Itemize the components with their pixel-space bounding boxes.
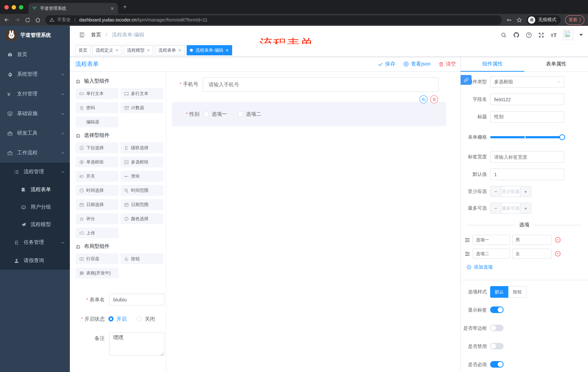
tile-select[interactable]: 下拉选择 <box>76 142 119 153</box>
save-button[interactable]: 保存 <box>378 61 395 67</box>
sidebar-item-workflow[interactable]: 工作流程 <box>0 143 70 163</box>
form-grid-slider[interactable] <box>490 131 564 143</box>
help-icon[interactable] <box>526 32 532 38</box>
tag-process-form-edit[interactable]: 流程表单-编辑✕ <box>187 45 232 55</box>
browser-menu-icon[interactable] <box>580 18 581 22</box>
form-name-input[interactable] <box>109 294 165 305</box>
drag-handle-icon[interactable] <box>464 237 471 243</box>
avatar-caret-icon[interactable] <box>579 34 583 36</box>
maximize-window-button[interactable] <box>19 5 23 10</box>
tile-cascader[interactable]: 级联选择 <box>120 142 163 153</box>
decrease-button[interactable]: − <box>491 186 501 197</box>
tile-upload[interactable]: 上传 <box>76 227 119 238</box>
sidebar-item-process-model[interactable]: 流程模型 <box>0 216 70 233</box>
sidebar-item-process-form[interactable]: 流程表单 <box>0 181 70 198</box>
selected-component-gender[interactable]: 性别 选项一 选项二 <box>172 102 446 126</box>
sidebar-item-process-mgmt[interactable]: 流程管理 <box>0 163 70 181</box>
tile-password[interactable]: 密码 <box>76 102 119 113</box>
tile-date-picker[interactable]: 日期选择 <box>76 199 119 210</box>
browser-tab[interactable]: 芋道管理系统 ✕ <box>28 3 118 14</box>
sidebar-item-task-mgmt[interactable]: 任务管理 <box>0 233 70 252</box>
back-icon[interactable] <box>4 17 10 23</box>
tab-component-props[interactable]: 组件属性 <box>461 57 524 71</box>
tag-process-definition[interactable]: 流程定义✕ <box>92 45 122 55</box>
url-bar[interactable]: 不安全 | dashboard.yudao.iocoder.cn/bpm/man… <box>45 15 502 25</box>
status-on-radio[interactable]: 开启 <box>108 313 127 325</box>
sidebar-item-leave-query[interactable]: 请假查询 <box>0 252 70 270</box>
tile-switch[interactable]: 开关 <box>76 171 119 182</box>
form-remark-textarea[interactable]: 嘿嘿 <box>109 332 165 356</box>
phone-input[interactable] <box>203 77 439 92</box>
style-default-button[interactable]: 默认 <box>490 286 508 298</box>
default-value-input[interactable] <box>490 169 564 180</box>
sidebar-item-payment[interactable]: ¥ 支付管理 <box>0 84 70 104</box>
style-button-button[interactable]: 按钮 <box>508 286 526 298</box>
home-icon[interactable] <box>35 17 41 23</box>
new-tab-button[interactable]: + <box>123 3 127 11</box>
label-width-input[interactable] <box>490 151 564 163</box>
github-icon[interactable] <box>513 32 520 38</box>
tile-rate[interactable]: 评分 <box>76 213 119 224</box>
tile-table[interactable]: 表格[开发中] <box>76 267 119 278</box>
tile-editor[interactable]: 编辑器 <box>76 117 119 128</box>
tile-date-range[interactable]: 日期范围 <box>120 199 163 210</box>
tag-close-icon[interactable]: ✕ <box>115 48 119 53</box>
copy-component-button[interactable] <box>420 95 428 103</box>
tile-color-picker[interactable]: 颜色选择 <box>120 213 163 224</box>
sidebar-item-home[interactable]: 首页 <box>0 45 70 64</box>
search-icon[interactable] <box>501 32 507 38</box>
sidebar-item-system[interactable]: 系统管理 <box>0 64 70 84</box>
tile-row-container[interactable]: 行容器 <box>76 253 119 264</box>
min-select-value[interactable]: 至少应选 <box>501 186 520 197</box>
window-controls[interactable] <box>0 5 28 14</box>
border-toggle[interactable] <box>490 325 504 331</box>
forward-icon[interactable] <box>14 17 20 23</box>
decrease-button[interactable]: − <box>491 203 501 213</box>
minimize-window-button[interactable] <box>12 5 16 10</box>
link-drawer-tab[interactable] <box>461 75 472 85</box>
drag-handle-icon[interactable] <box>464 251 471 257</box>
sidebar-fold-icon[interactable] <box>79 32 85 38</box>
tag-close-icon[interactable]: ✕ <box>147 48 150 53</box>
avatar[interactable] <box>563 30 573 40</box>
tag-close-icon[interactable]: ✕ <box>225 48 229 53</box>
tile-time-range[interactable]: 时间范围 <box>120 185 163 196</box>
gender-option1-checkbox[interactable]: 选项一 <box>204 111 227 117</box>
tile-single-line-text[interactable]: 单行文本 <box>76 88 119 99</box>
increase-button[interactable]: + <box>520 186 531 197</box>
fullscreen-icon[interactable] <box>538 32 545 38</box>
close-window-button[interactable] <box>4 5 9 10</box>
remove-option-button[interactable] <box>555 237 561 243</box>
option-value-input[interactable] <box>512 235 552 245</box>
tab-form-props[interactable]: 表单属性 <box>524 57 588 71</box>
tile-slider[interactable]: 滑块 <box>120 171 163 182</box>
breadcrumb-home[interactable]: 首页 <box>91 32 101 37</box>
sidebar-item-devtools[interactable]: 研发工具 <box>0 123 70 143</box>
tile-time-picker[interactable]: 时间选择 <box>76 185 119 196</box>
tile-counter[interactable]: 123计数器 <box>120 102 163 113</box>
tab-close-icon[interactable]: ✕ <box>110 6 114 11</box>
option-label-input[interactable] <box>473 249 510 259</box>
key-icon[interactable] <box>506 17 512 23</box>
tile-radio-group[interactable]: 单选框组 <box>76 157 119 167</box>
component-type-select[interactable]: 多选框组 <box>490 76 564 88</box>
sidebar-item-user-group[interactable]: 用户分组 <box>0 198 70 216</box>
show-label-toggle[interactable] <box>490 306 504 313</box>
max-select-value[interactable]: 最多可选 <box>501 203 520 213</box>
sidebar-item-infra[interactable]: 基础设施 <box>0 104 70 123</box>
tag-process-form[interactable]: 流程表单✕ <box>155 45 185 55</box>
option-label-input[interactable] <box>473 235 510 245</box>
increase-button[interactable]: + <box>520 203 531 213</box>
reload-icon[interactable] <box>25 17 31 23</box>
status-off-radio[interactable]: 关闭 <box>137 313 155 325</box>
tile-checkbox-group[interactable]: 多选框组 <box>120 157 163 167</box>
add-option-button[interactable]: 添加选项 <box>466 264 588 270</box>
gender-option2-checkbox[interactable]: 选项二 <box>238 111 261 117</box>
tile-multi-line-text[interactable]: 多行文本 <box>120 88 163 99</box>
field-phone[interactable]: 手机号 <box>166 77 439 92</box>
font-size-icon[interactable]: тT <box>551 32 557 38</box>
field-name-input[interactable] <box>490 94 564 105</box>
tile-button[interactable]: 按钮 <box>120 253 163 264</box>
view-json-button[interactable]: 查看json <box>403 61 430 67</box>
clear-button[interactable]: 清空 <box>439 61 456 67</box>
